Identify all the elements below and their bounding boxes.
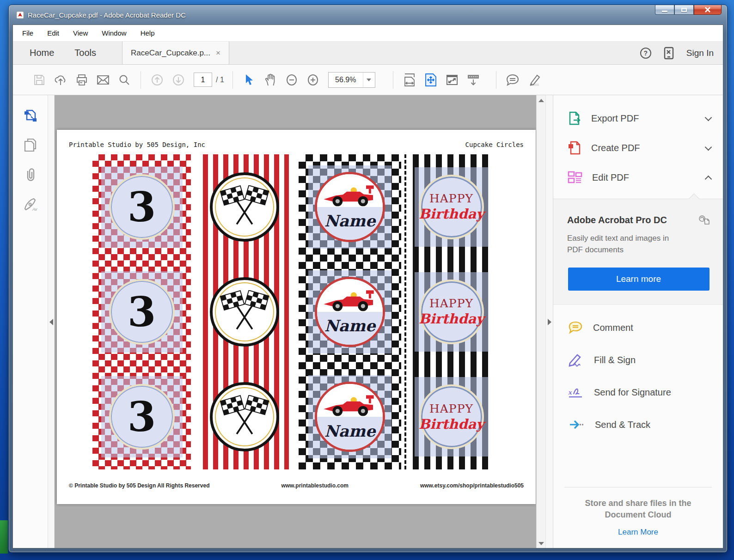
number-topper-circle: 3: [109, 174, 175, 240]
cloud-text-line2: Document Cloud: [564, 509, 712, 520]
collapse-right-icon: [548, 319, 551, 325]
flags-topper-circle: [210, 277, 279, 347]
close-button[interactable]: [694, 5, 722, 15]
edit-pdf-icon: [567, 170, 583, 185]
action-label: Comment: [593, 323, 633, 333]
print-button[interactable]: [71, 70, 92, 90]
menu-help[interactable]: Help: [141, 29, 155, 37]
help-icon[interactable]: ?: [640, 48, 651, 59]
main-toolbar: / 1: [13, 65, 723, 95]
tab-tools[interactable]: Tools: [71, 42, 100, 64]
menu-window[interactable]: Window: [102, 29, 126, 37]
collapse-left-panel-handle[interactable]: [48, 95, 55, 548]
full-screen-button[interactable]: [441, 70, 463, 90]
signatures-pen-icon[interactable]: Av: [22, 197, 39, 213]
topper-name-text: Name: [324, 212, 376, 230]
maximize-button[interactable]: [674, 5, 694, 15]
action-comment[interactable]: Comment: [553, 311, 723, 344]
zoom-in-icon: [306, 73, 319, 86]
share-upload-button[interactable]: [50, 70, 71, 90]
fit-page-button[interactable]: [420, 70, 441, 90]
tab-document[interactable]: RaceCar_Cupcake.p... ×: [122, 42, 229, 64]
tool-edit-pdf[interactable]: Edit PDF: [553, 163, 723, 192]
tool-label: Export PDF: [591, 113, 697, 124]
search-button[interactable]: [114, 70, 135, 90]
action-label: Send & Track: [595, 420, 650, 430]
save-button[interactable]: [29, 70, 50, 90]
email-button[interactable]: [92, 70, 114, 90]
read-mode-button[interactable]: [463, 70, 484, 90]
tool-create-pdf[interactable]: Create PDF: [553, 133, 723, 163]
comment-tool-button[interactable]: [502, 70, 523, 90]
zoom-level-dropdown[interactable]: 56.9%: [328, 72, 375, 88]
name-topper-circle: Name: [315, 277, 385, 347]
topper-cell: [200, 259, 289, 364]
page-number-input[interactable]: [194, 73, 212, 87]
flags-topper-circle: [210, 382, 279, 451]
envelope-icon: [97, 74, 110, 85]
topper-birthday-text: Birthday: [419, 311, 484, 327]
zoom-out-button[interactable]: [281, 70, 302, 90]
learn-more-button[interactable]: Learn more: [568, 268, 710, 291]
sign-in-button[interactable]: Sign In: [686, 48, 714, 58]
chevron-down-icon: [705, 143, 712, 151]
device-signin-icon[interactable]: [663, 47, 674, 60]
topper-name-text: Name: [324, 422, 376, 440]
page-thumbnails-icon[interactable]: [23, 138, 38, 153]
svg-text:Av: Av: [32, 207, 37, 212]
previous-page-button[interactable]: [147, 70, 168, 90]
close-icon: [704, 7, 711, 12]
action-send-signature[interactable]: x Send for Signature: [553, 376, 723, 408]
search-icon: [118, 74, 130, 86]
vertical-scrollbar[interactable]: [536, 95, 545, 548]
action-label: Fill & Sign: [594, 355, 636, 365]
fill-sign-icon: [568, 353, 584, 367]
scroll-up-icon[interactable]: [538, 99, 544, 102]
topper-cell: HAPPY Birthday: [413, 365, 490, 469]
topper-number-text: 3: [128, 187, 156, 227]
column-black-checker: Name Name: [299, 154, 401, 469]
svg-text:x: x: [568, 389, 572, 396]
zoom-in-button[interactable]: [302, 70, 324, 90]
action-send-track[interactable]: Send & Track: [553, 408, 723, 441]
tab-home[interactable]: Home: [26, 42, 58, 64]
birthday-topper-circle: HAPPY Birthday: [419, 384, 484, 449]
checkered-flags-icon: [219, 290, 270, 334]
checkered-flags-icon: [219, 395, 270, 438]
print-icon: [76, 74, 88, 86]
checkered-flags-icon: [219, 185, 270, 229]
topper-cell: HAPPY Birthday: [413, 259, 490, 364]
fit-width-button[interactable]: [399, 70, 420, 90]
menu-edit[interactable]: Edit: [47, 29, 59, 37]
title-bar[interactable]: RaceCar_Cupcake.pdf - Adobe Acrobat Read…: [9, 5, 727, 24]
scroll-down-icon[interactable]: [538, 542, 544, 545]
left-sidebar: Av: [13, 95, 48, 548]
topper-cell: Name: [299, 259, 401, 364]
cursor-icon: [244, 74, 254, 86]
select-tool-button[interactable]: [239, 70, 260, 90]
divider: [564, 487, 712, 487]
fit-width-icon: [403, 73, 416, 87]
convert-pages-icon[interactable]: [23, 108, 38, 124]
tab-close-icon[interactable]: ×: [216, 49, 220, 57]
hand-tool-button[interactable]: [260, 70, 281, 90]
minimize-button[interactable]: [655, 5, 674, 15]
tools-panel: Export PDF Create PDF: [553, 95, 723, 548]
highlight-tool-button[interactable]: [523, 70, 544, 90]
action-fill-sign[interactable]: Fill & Sign: [553, 344, 723, 376]
document-viewport[interactable]: Printable Studio by 505 Design, Inc Cupc…: [55, 95, 536, 548]
menu-view[interactable]: View: [73, 29, 88, 37]
menu-bar: File Edit View Window Help: [13, 25, 723, 42]
menu-file[interactable]: File: [22, 29, 33, 37]
send-for-signature-icon: x: [568, 385, 584, 399]
window-controls: [655, 5, 722, 15]
next-page-button[interactable]: [168, 70, 189, 90]
birthday-topper-circle: HAPPY Birthday: [419, 280, 484, 344]
collapse-right-panel-handle[interactable]: [545, 95, 553, 548]
cloud-learn-more-link[interactable]: Learn More: [618, 528, 658, 537]
attachments-paperclip-icon[interactable]: [24, 167, 37, 183]
topper-birthday-text: Birthday: [419, 206, 484, 222]
pdf-page: Printable Studio by 505 Design, Inc Cupc…: [57, 130, 536, 504]
tool-export-pdf[interactable]: Export PDF: [553, 103, 723, 133]
zoom-caret[interactable]: [363, 73, 375, 87]
